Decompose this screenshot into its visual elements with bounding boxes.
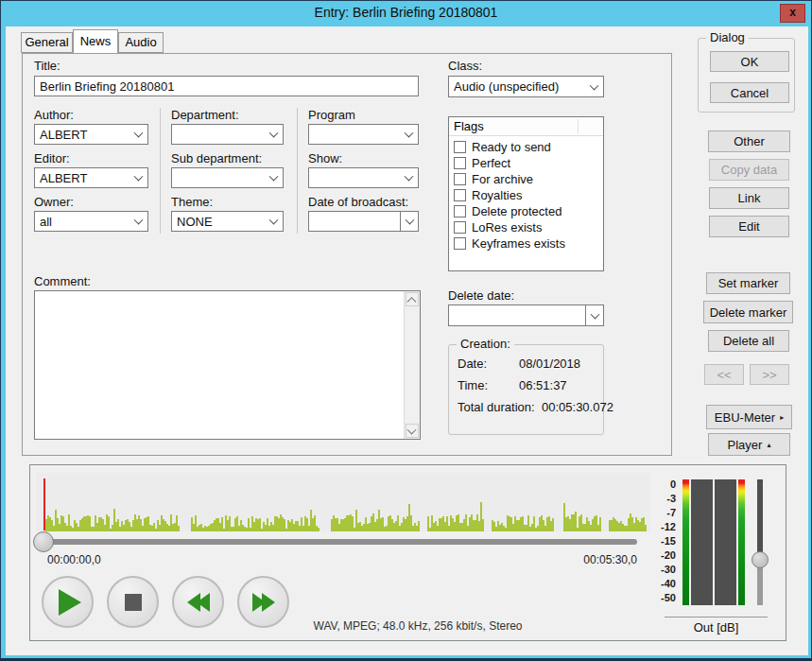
ebu-meter-button[interactable]: EBU-Meter ▸ <box>706 405 792 429</box>
flag-row[interactable]: Delete protected <box>449 203 603 219</box>
cancel-button[interactable]: Cancel <box>710 82 789 103</box>
time-total: 00:05:30,0 <box>561 553 637 566</box>
flag-checkbox[interactable] <box>454 237 466 250</box>
editor-value: ALBERT <box>40 171 87 185</box>
other-button[interactable]: Other <box>708 130 790 152</box>
volume-slider-thumb[interactable] <box>752 551 769 568</box>
volume-slider-track[interactable] <box>757 479 763 560</box>
flag-row[interactable]: Perfect <box>449 155 603 171</box>
delete-marker-button[interactable]: Delete marker <box>703 301 793 323</box>
department-select[interactable] <box>171 124 284 145</box>
comment-scrollbar[interactable] <box>404 291 420 439</box>
previous-marker-button[interactable]: << <box>704 364 744 385</box>
delete-date-dropdown-button[interactable] <box>585 305 603 325</box>
seek-slider-thumb[interactable] <box>33 531 54 552</box>
flag-label: LoRes exists <box>472 220 542 235</box>
meter-scale-label: 0 <box>655 478 676 490</box>
title-value: Berlin Briefing 20180801 <box>40 79 174 94</box>
chevron-down-icon <box>269 216 279 225</box>
chevron-up-icon <box>407 297 417 306</box>
delete-date-input[interactable] <box>448 304 604 326</box>
dialog-client-area: General News Audio Title: Berlin Briefin… <box>6 26 808 655</box>
author-select[interactable]: ALBERT <box>34 124 148 145</box>
chevron-down-icon <box>591 309 600 319</box>
date-of-broadcast-label: Date of broadcast: <box>308 195 408 209</box>
theme-select[interactable]: NONE <box>171 211 284 232</box>
tab-news[interactable]: News <box>73 29 118 54</box>
close-button[interactable]: x <box>780 4 805 23</box>
player-button[interactable]: Player ▴ <box>708 433 790 456</box>
play-button[interactable] <box>42 576 94 628</box>
chevron-down-icon <box>269 129 279 138</box>
flag-checkbox[interactable] <box>454 189 466 201</box>
time-elapsed: 00:00:00,0 <box>47 553 101 566</box>
chevron-down-icon <box>134 129 144 138</box>
date-of-broadcast-input[interactable] <box>308 211 419 232</box>
edit-button[interactable]: Edit <box>709 216 789 237</box>
play-icon <box>59 589 81 616</box>
flag-label: For archive <box>472 172 533 186</box>
copy-data-button[interactable]: Copy data <box>709 159 789 181</box>
tab-audio[interactable]: Audio <box>118 32 164 53</box>
flag-label: Delete protected <box>472 204 561 218</box>
flag-checkbox[interactable] <box>454 173 466 185</box>
editor-select[interactable]: ALBERT <box>34 167 148 188</box>
program-select[interactable] <box>308 124 419 145</box>
meter-level-bar-left <box>691 479 713 605</box>
flag-row[interactable]: For archive <box>449 171 603 187</box>
flag-row[interactable]: Royalties <box>449 187 603 203</box>
dialog-group-label: Dialog <box>706 30 749 44</box>
chevron-down-icon <box>405 129 414 138</box>
next-marker-button[interactable]: >> <box>750 364 789 385</box>
title-input[interactable]: Berlin Briefing 20180801 <box>34 76 419 96</box>
flags-header[interactable]: Flags <box>449 117 603 136</box>
flags-header-divider <box>578 119 579 133</box>
flag-row[interactable]: LoRes exists <box>449 219 603 235</box>
flag-label: Keyframes exists <box>472 236 565 251</box>
chevron-down-icon <box>134 172 144 182</box>
show-select[interactable] <box>308 167 419 188</box>
chevron-down-icon <box>407 425 417 434</box>
rewind-button[interactable] <box>172 576 224 628</box>
tab-general[interactable]: General <box>21 32 73 53</box>
stop-button[interactable] <box>107 576 159 628</box>
delete-all-button[interactable]: Delete all <box>708 330 789 352</box>
flag-checkbox[interactable] <box>454 205 466 217</box>
flag-checkbox[interactable] <box>454 141 466 153</box>
flag-checkbox[interactable] <box>454 157 466 169</box>
column-divider <box>160 108 161 234</box>
sub-department-select[interactable] <box>171 167 284 188</box>
meter-scale-label: -7 <box>655 507 676 518</box>
date-of-broadcast-dropdown-button[interactable] <box>400 212 418 231</box>
set-marker-button[interactable]: Set marker <box>706 272 790 294</box>
show-label: Show: <box>308 151 342 165</box>
class-label: Class: <box>448 59 482 73</box>
title-bar[interactable]: Entry: Berlin Briefing 20180801 x <box>1 1 811 26</box>
flags-listbox: Flags Ready to send Perfect For archive … <box>448 116 604 271</box>
meter-scale-label: -50 <box>655 592 676 603</box>
author-value: ALBERT <box>40 128 87 142</box>
owner-select[interactable]: all <box>34 211 148 232</box>
department-label: Department: <box>171 108 239 122</box>
scroll-up-button[interactable] <box>406 292 419 306</box>
comment-textarea[interactable] <box>34 290 421 440</box>
flag-row[interactable]: Keyframes exists <box>449 235 603 252</box>
meter-gradient-strip <box>682 479 689 605</box>
seek-slider-track[interactable] <box>38 539 637 545</box>
scroll-down-button[interactable] <box>406 424 419 438</box>
waveform[interactable] <box>36 473 650 531</box>
flag-checkbox[interactable] <box>454 221 466 234</box>
class-select[interactable]: Audio (unspecified) <box>448 76 604 97</box>
meter-scale-label: -15 <box>655 535 676 547</box>
sub-department-label: Sub department: <box>171 151 262 165</box>
flags-header-label: Flags <box>454 119 484 133</box>
flag-row[interactable]: Ready to send <box>449 139 603 155</box>
link-button[interactable]: Link <box>709 187 789 209</box>
title-label: Title: <box>34 59 60 73</box>
meter-scale-label: -30 <box>655 564 676 575</box>
ok-button[interactable]: OK <box>710 51 789 72</box>
creation-duration-value: 00:05:30.072 <box>542 400 613 414</box>
owner-value: all <box>40 215 52 229</box>
delete-date-label: Delete date: <box>448 288 514 303</box>
fast-forward-icon <box>262 593 275 612</box>
